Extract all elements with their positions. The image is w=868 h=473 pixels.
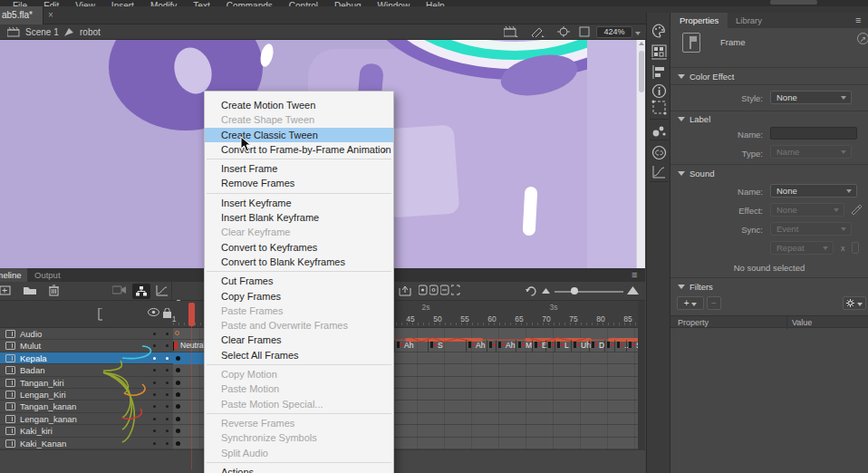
layer-lock-dot[interactable] [166,393,169,396]
tab-properties[interactable]: Properties [670,13,728,28]
tab-output[interactable]: Output [27,268,68,282]
context-menu-item[interactable]: Select All Frames [205,348,393,362]
timeline-panel-menu-icon[interactable]: ≡ [632,269,637,280]
context-menu-item[interactable]: Convert to Blank Keyframes [205,255,393,269]
style-dropdown[interactable]: None [770,91,852,104]
panel-menu-icon[interactable]: ≡ [855,14,861,25]
context-menu-item[interactable]: Insert Frame [205,161,393,176]
scene-name[interactable]: Scene 1 [25,27,59,37]
zoom-out-timeline-icon[interactable] [542,288,550,294]
onion-skin-outlines-icon[interactable] [429,285,439,295]
context-menu-item[interactable]: Create Motion Tween [205,98,393,112]
context-menu-item[interactable]: Convert to Keyframes [205,240,393,255]
context-menu-item[interactable]: Cut Frames [205,274,393,288]
help-link-icon[interactable]: ↗ [857,33,868,44]
symbol-name[interactable]: robot [80,27,101,37]
onion-anchor-icon[interactable] [451,285,460,295]
repeat-count-stepper[interactable] [852,242,859,254]
context-menu-item[interactable]: Copy Frames [205,289,393,304]
sound-repeat-dropdown[interactable]: Repeat [770,241,834,255]
edit-symbols-icon[interactable] [530,26,545,37]
eye-icon[interactable] [148,308,159,316]
layer-lock-dot[interactable] [166,442,169,445]
layer-lock-dot[interactable] [166,333,169,335]
add-filter-button[interactable]: + [677,296,704,310]
section-sound[interactable]: Sound [678,169,714,179]
layer-lock-dot[interactable] [166,381,169,384]
layer-visibility-dot[interactable] [153,381,156,384]
layer-row[interactable]: Badan [0,364,173,376]
layer-visibility-dot[interactable] [153,333,156,335]
onion-range-icon[interactable] [440,285,449,295]
context-menu-item[interactable]: Convert to Frame-by-Frame Animation› [205,142,393,157]
timeline-scrollbar[interactable] [638,301,645,449]
edit-scene-icon[interactable] [504,26,518,37]
new-folder-icon[interactable] [24,285,37,296]
timeline-zoom-slider-track[interactable] [555,291,623,293]
align-icon[interactable] [651,64,667,80]
layer-visibility-dot[interactable] [153,344,156,347]
layer-visibility-dot[interactable] [153,369,156,372]
timeline-zoom-slider-knob[interactable] [571,287,578,294]
context-menu-item[interactable]: Insert Keyframe [205,196,393,210]
layer-visibility-dot[interactable] [153,393,156,396]
filter-options-button[interactable] [843,296,866,310]
transform-icon[interactable] [651,100,667,115]
delete-layer-icon[interactable] [49,285,59,296]
lock-icon[interactable] [163,308,171,318]
graph-editor-icon[interactable] [156,285,169,296]
layer-lock-dot[interactable] [166,418,169,420]
sound-name-dropdown[interactable]: None [770,184,857,198]
tab-timeline[interactable]: Timeline [0,268,27,282]
color-palette-icon[interactable] [651,24,667,39]
document-tab[interactable]: ab5.fla* × [0,6,43,24]
onion-skin-icon[interactable] [419,285,428,295]
section-filters[interactable]: Filters [678,282,713,292]
layer-lock-dot[interactable] [166,344,169,347]
sound-effect-dropdown[interactable]: None [770,203,844,217]
layer-row[interactable]: Audio [0,328,173,340]
layer-lock-dot[interactable] [166,369,169,372]
stage-vertical-scrollbar[interactable] [636,40,645,268]
zoom-in-timeline-icon[interactable] [627,286,639,294]
layer-row[interactable]: Kepala [0,352,173,364]
context-menu-item[interactable]: Clear Frames [205,333,393,347]
close-icon[interactable]: × [43,6,59,24]
layer-visibility-dot[interactable] [153,418,156,420]
center-frame-icon[interactable] [557,26,570,38]
label-type-dropdown[interactable]: Name [770,145,852,159]
layer-lock-dot[interactable] [166,430,169,432]
zoom-level-input[interactable]: 424% [596,26,632,38]
edit-multiple-frames-icon[interactable] [399,285,412,296]
layer-visibility-dot[interactable] [153,405,156,408]
info-icon[interactable] [651,83,667,99]
sound-sync-dropdown[interactable]: Event [770,222,852,236]
layer-row[interactable]: Kaki_Kanan [0,438,173,449]
layer-row[interactable]: Lengan_kanan [0,413,173,425]
motion-editor-icon[interactable] [651,164,667,179]
layer-row[interactable]: Kaki_kiri [0,425,173,437]
camera-icon[interactable] [112,285,127,295]
section-color-effect[interactable]: Color Effect [678,72,734,82]
zoom-dropdown-chevron[interactable] [635,32,641,35]
parenting-view-button[interactable] [132,284,150,299]
layer-visibility-dot[interactable] [153,357,156,360]
label-name-input[interactable] [770,127,857,140]
tab-library[interactable]: Library [727,13,771,28]
remove-filter-button[interactable]: − [707,296,721,310]
new-layer-icon[interactable] [0,285,12,296]
layer-lock-dot[interactable] [166,405,169,408]
context-menu-item[interactable]: Create Classic Tween [205,128,393,142]
cc-libraries-icon[interactable] [651,145,667,160]
clip-content-icon[interactable] [579,26,590,37]
layer-row[interactable]: Lengan_Kiri [0,389,173,401]
section-label[interactable]: Label [678,114,710,124]
brush-library-icon[interactable] [651,123,667,139]
workspace-switcher[interactable] [770,0,817,5]
layer-visibility-dot[interactable] [153,442,156,445]
loop-icon[interactable] [526,285,537,296]
context-menu-item[interactable]: Insert Blank Keyframe [205,210,393,225]
layer-row[interactable]: Mulut [0,340,173,352]
edit-sound-pencil-icon[interactable] [850,203,862,215]
layer-lock-dot[interactable] [166,357,169,360]
